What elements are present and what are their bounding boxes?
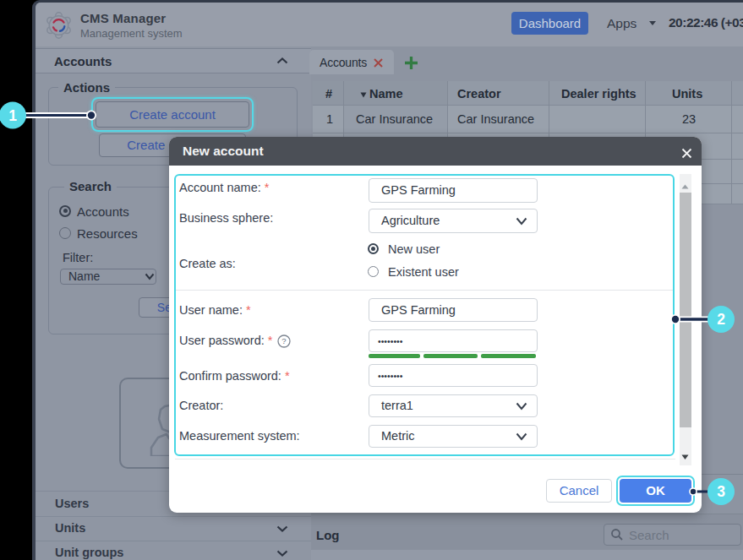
svg-text:1: 1 [8,107,17,124]
